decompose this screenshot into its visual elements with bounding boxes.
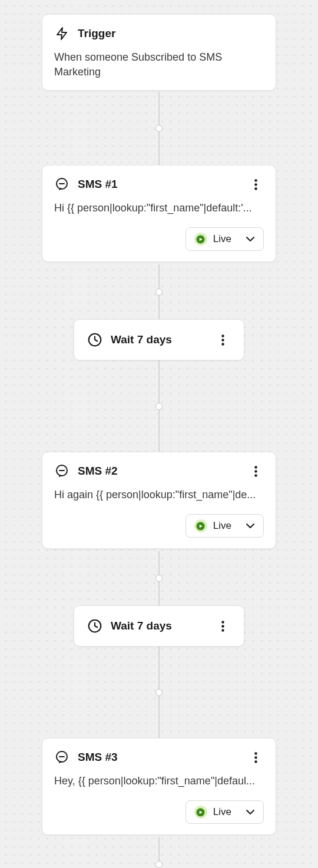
svg-point-18 <box>221 625 224 627</box>
sms-preview: Hey, {{ person|lookup:"first_name"|defau… <box>54 774 264 789</box>
status-dropdown[interactable]: Live <box>186 800 264 824</box>
play-circle-icon <box>194 519 207 532</box>
more-button[interactable] <box>214 618 231 634</box>
more-button[interactable] <box>247 463 264 479</box>
svg-point-24 <box>254 760 257 763</box>
svg-point-7 <box>221 334 224 337</box>
play-circle-icon <box>194 806 207 819</box>
svg-point-3 <box>254 183 257 185</box>
chevron-down-icon <box>246 520 255 532</box>
trigger-card[interactable]: Trigger When someone Subscribed to SMS M… <box>42 14 276 91</box>
svg-point-4 <box>254 187 257 190</box>
add-step-dot[interactable] <box>155 289 163 296</box>
clock-icon <box>87 618 102 634</box>
svg-point-14 <box>254 474 257 476</box>
sms-icon <box>54 750 69 765</box>
chevron-down-icon <box>246 806 255 818</box>
trigger-description: When someone Subscribed to SMS Marketing <box>54 50 264 79</box>
sms-preview: Hi again {{ person|lookup:"first_name"|d… <box>54 488 264 502</box>
svg-point-22 <box>254 752 257 754</box>
svg-point-23 <box>254 756 257 758</box>
status-label: Live <box>213 520 231 532</box>
flow-canvas[interactable]: Trigger When someone Subscribed to SMS M… <box>0 0 318 868</box>
status-label: Live <box>213 233 231 245</box>
sms-icon <box>54 177 69 192</box>
wait-title: Wait 7 days <box>111 333 206 346</box>
svg-point-2 <box>254 179 257 181</box>
svg-point-13 <box>254 470 257 472</box>
status-dropdown[interactable]: Live <box>186 227 264 251</box>
add-step-dot[interactable] <box>155 575 163 582</box>
add-step-dot[interactable] <box>155 403 163 410</box>
status-label: Live <box>213 806 231 818</box>
bolt-icon <box>54 26 69 41</box>
trigger-title: Trigger <box>78 27 264 40</box>
sms-title: SMS #3 <box>78 751 239 764</box>
clock-icon <box>87 332 102 347</box>
play-circle-icon <box>194 233 207 246</box>
more-button[interactable] <box>247 749 264 766</box>
sms-title: SMS #2 <box>78 465 239 478</box>
svg-point-8 <box>221 339 224 341</box>
svg-point-19 <box>221 629 224 631</box>
svg-point-9 <box>221 343 224 345</box>
add-step-dot[interactable] <box>155 125 163 132</box>
sms-icon <box>54 463 69 479</box>
wait-card-2[interactable]: Wait 7 days <box>74 605 244 647</box>
add-step-dot[interactable] <box>155 861 163 868</box>
sms-card-1[interactable]: SMS #1 Hi {{ person|lookup:"first_name"|… <box>42 165 276 262</box>
sms-card-3[interactable]: SMS #3 Hey, {{ person|lookup:"first_name… <box>42 738 276 835</box>
wait-title: Wait 7 days <box>111 619 206 632</box>
wait-card-1[interactable]: Wait 7 days <box>74 319 244 360</box>
add-step-dot[interactable] <box>155 689 163 696</box>
status-dropdown[interactable]: Live <box>186 514 264 538</box>
svg-point-12 <box>254 466 257 468</box>
sms-title: SMS #1 <box>78 178 239 191</box>
chevron-down-icon <box>246 233 255 245</box>
sms-preview: Hi {{ person|lookup:"first_name"|default… <box>54 201 264 216</box>
svg-point-17 <box>221 621 224 623</box>
more-button[interactable] <box>247 176 264 193</box>
sms-card-2[interactable]: SMS #2 Hi again {{ person|lookup:"first_… <box>42 452 276 549</box>
more-button[interactable] <box>214 332 231 348</box>
